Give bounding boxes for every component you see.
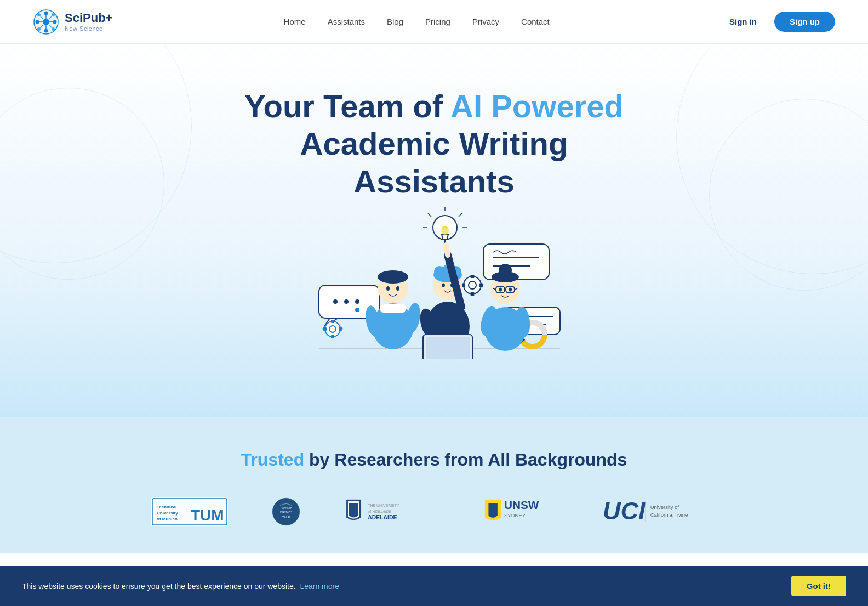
hero-illustration xyxy=(286,200,582,348)
svg-point-62 xyxy=(396,286,399,291)
svg-line-37 xyxy=(459,213,462,217)
svg-point-21 xyxy=(333,299,338,304)
nav-links: Home Assistants Blog Pricing Privacy Con… xyxy=(284,17,550,27)
svg-text:ADELAIDE: ADELAIDE xyxy=(368,514,397,520)
trusted-title: Trusted by Researchers from All Backgrou… xyxy=(0,450,868,470)
svg-text:Technical: Technical xyxy=(157,505,176,509)
nav-pricing[interactable]: Pricing xyxy=(425,17,450,26)
hero-title-highlight: AI Powered xyxy=(450,88,624,124)
svg-line-36 xyxy=(428,213,431,217)
svg-text:California, Irvine: California, Irvine xyxy=(650,512,688,518)
nav-contact[interactable]: Contact xyxy=(521,17,550,26)
svg-point-2 xyxy=(44,11,48,15)
svg-point-61 xyxy=(386,286,390,291)
tum-logo: Technical University of Munich TUM xyxy=(151,497,228,526)
svg-text:LVCIS ET: LVCIS ET xyxy=(281,507,292,510)
svg-point-84 xyxy=(499,264,512,277)
svg-point-4 xyxy=(36,20,39,24)
svg-rect-51 xyxy=(471,292,475,296)
signup-button[interactable]: Sign up xyxy=(774,12,835,32)
svg-point-5 xyxy=(53,20,57,24)
cookie-message: This website uses cookies to ensure you … xyxy=(22,582,296,591)
navbar: SciPub+ New Science Home Assistants Blog… xyxy=(0,0,868,44)
svg-point-23 xyxy=(355,299,359,304)
nav-actions: Sign in Sign up xyxy=(721,12,835,32)
svg-text:of Munich: of Munich xyxy=(157,517,178,522)
hero-title: Your Team of AI Powered Academic Writing… xyxy=(220,88,648,200)
logo-icon xyxy=(33,9,59,35)
logo-subtitle: New Science xyxy=(65,25,112,32)
svg-rect-79 xyxy=(426,337,470,359)
svg-rect-43 xyxy=(331,335,334,338)
svg-text:UCI: UCI xyxy=(603,497,646,525)
got-it-button[interactable]: Got it! xyxy=(791,576,846,596)
adelaide-logo: THE UNIVERSITY of ADELAIDE ADELAIDE xyxy=(344,497,439,526)
svg-rect-63 xyxy=(380,304,406,313)
nav-home[interactable]: Home xyxy=(284,17,306,26)
signin-button[interactable]: Sign in xyxy=(721,13,766,31)
svg-text:YALE: YALE xyxy=(282,516,290,519)
svg-line-75 xyxy=(446,245,448,255)
svg-text:TUM: TUM xyxy=(191,507,224,524)
cookie-text: This website uses cookies to ensure you … xyxy=(22,582,339,591)
hero-section: Your Team of AI Powered Academic Writing… xyxy=(0,44,868,417)
yale-logo: LVCIS ET VERITATIS YALE xyxy=(272,497,300,526)
svg-text:of: of xyxy=(368,509,371,513)
svg-text:UNSW: UNSW xyxy=(504,499,539,511)
logo-name: SciPub+ xyxy=(65,12,112,25)
nav-blog[interactable]: Blog xyxy=(387,17,403,26)
svg-point-41 xyxy=(329,326,336,332)
svg-point-1 xyxy=(43,19,49,25)
learn-more-link[interactable]: Learn more xyxy=(300,582,339,591)
svg-point-49 xyxy=(469,281,476,289)
logo[interactable]: SciPub+ New Science xyxy=(33,9,112,35)
svg-text:University: University xyxy=(157,511,178,516)
nav-assistants[interactable]: Assistants xyxy=(328,17,365,26)
trusted-section: Trusted by Researchers from All Backgrou… xyxy=(0,417,868,553)
cookie-banner: This website uses cookies to ensure you … xyxy=(0,566,868,606)
svg-text:SYDNEY: SYDNEY xyxy=(504,512,526,518)
svg-text:University of: University of xyxy=(650,504,679,510)
svg-point-34 xyxy=(441,226,449,235)
svg-point-3 xyxy=(44,29,48,32)
svg-rect-42 xyxy=(331,320,334,323)
trusted-highlight: Trusted xyxy=(241,450,305,469)
svg-point-72 xyxy=(442,284,445,287)
svg-point-57 xyxy=(355,308,359,312)
svg-text:ADELAIDE: ADELAIDE xyxy=(372,509,392,513)
uci-logo: UCI University of California, Irvine xyxy=(603,497,717,526)
svg-rect-50 xyxy=(471,275,475,278)
unsw-logo: UNSW SYDNEY xyxy=(483,497,559,526)
illustration-svg xyxy=(286,200,593,359)
svg-point-86 xyxy=(509,288,512,292)
svg-point-85 xyxy=(499,288,502,292)
nav-privacy[interactable]: Privacy xyxy=(472,17,499,26)
svg-text:THE UNIVERSITY: THE UNIVERSITY xyxy=(368,503,399,507)
svg-point-22 xyxy=(344,299,349,304)
logos-row: Technical University of Munich TUM LVCIS… xyxy=(0,497,868,526)
svg-rect-52 xyxy=(479,284,483,287)
svg-point-60 xyxy=(378,270,408,284)
trusted-rest: by Researchers from All Backgrounds xyxy=(304,450,627,469)
svg-text:VERITATIS: VERITATIS xyxy=(280,511,293,514)
